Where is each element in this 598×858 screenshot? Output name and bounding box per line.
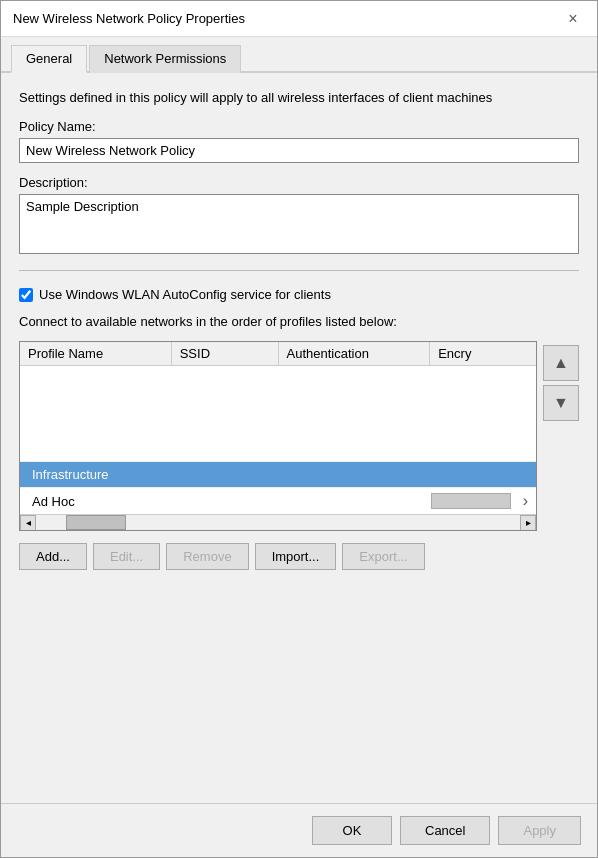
dropdown-section: Infrastructure Ad Hoc › [20,461,536,514]
tab-network-permissions[interactable]: Network Permissions [89,45,241,73]
title-bar: New Wireless Network Policy Properties × [1,1,597,37]
h-scroll-thumb[interactable] [66,515,126,530]
edit-button[interactable]: Edit... [93,543,160,570]
dropdown-item-infrastructure[interactable]: Infrastructure [20,462,536,487]
description-group: Description: Sample Description [19,175,579,254]
scroll-right-button[interactable]: ▸ [520,515,536,531]
export-button[interactable]: Export... [342,543,424,570]
scroll-down-icon: ▼ [553,394,569,412]
content-area: Settings defined in this policy will app… [1,73,597,695]
col-encryption: Encry [430,342,536,365]
tab-general[interactable]: General [11,45,87,73]
scroll-down-button[interactable]: ▼ [543,385,579,421]
dropdown-item-adhoc[interactable]: Ad Hoc [20,489,431,514]
policy-name-input[interactable] [19,138,579,163]
import-button[interactable]: Import... [255,543,337,570]
apply-button[interactable]: Apply [498,816,581,845]
action-buttons: Add... Edit... Remove Import... Export..… [19,543,579,570]
tab-bar: General Network Permissions [1,37,597,73]
scroll-buttons: ▲ ▼ [543,341,579,421]
remove-button[interactable]: Remove [166,543,248,570]
horizontal-scroll: ◂ ▸ [20,514,536,530]
table-body [20,366,536,461]
table-area: Profile Name SSID Authentication Encry I… [19,341,579,531]
policy-name-group: Policy Name: [19,119,579,163]
scroll-left-button[interactable]: ◂ [20,515,36,531]
autoconfig-label: Use Windows WLAN AutoConfig service for … [39,287,331,302]
cancel-button[interactable]: Cancel [400,816,490,845]
col-authentication: Authentication [279,342,431,365]
description-label: Description: [19,175,579,190]
description-input[interactable]: Sample Description [19,194,579,254]
col-profile-name: Profile Name [20,342,172,365]
ok-button[interactable]: OK [312,816,392,845]
dialog-title: New Wireless Network Policy Properties [13,11,245,26]
autoconfig-checkbox-row: Use Windows WLAN AutoConfig service for … [19,287,579,302]
dialog-window: New Wireless Network Policy Properties ×… [0,0,598,858]
col-ssid: SSID [172,342,279,365]
add-button[interactable]: Add... [19,543,87,570]
dropdown-expand-icon[interactable]: › [515,488,536,514]
table-header: Profile Name SSID Authentication Encry [20,342,536,366]
scroll-up-button[interactable]: ▲ [543,345,579,381]
info-text: Settings defined in this policy will app… [19,89,579,107]
policy-name-label: Policy Name: [19,119,579,134]
autoconfig-checkbox[interactable] [19,288,33,302]
h-scroll-track[interactable] [36,515,520,530]
scroll-up-icon: ▲ [553,354,569,372]
close-button[interactable]: × [561,7,585,31]
separator [19,270,579,271]
connect-label: Connect to available networks in the ord… [19,314,579,329]
bottom-bar: OK Cancel Apply [1,803,597,857]
profile-table: Profile Name SSID Authentication Encry I… [19,341,537,531]
